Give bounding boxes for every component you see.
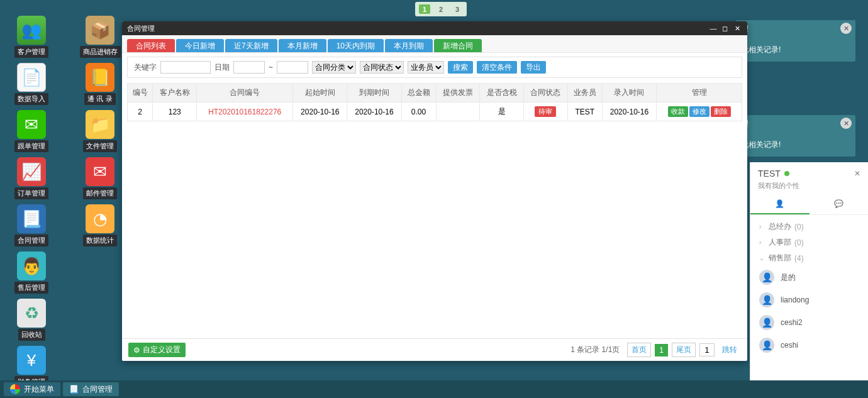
window-title: 合同管理 — [127, 24, 155, 33]
app-icon: 📒 — [86, 63, 114, 92]
pager-goto-input[interactable] — [699, 343, 715, 357]
status-badge: 待审 — [535, 106, 556, 117]
desktop-icon-数据统计[interactable]: ◔数据统计 — [80, 204, 120, 246]
tilde: ~ — [269, 63, 273, 72]
avatar-icon: 👤 — [759, 315, 774, 330]
tab-10day-expire[interactable]: 10天内到期 — [328, 39, 384, 52]
chat-member[interactable]: 👤ceshi2 — [750, 311, 868, 334]
date-label: 日期 — [214, 62, 230, 73]
icon-label: 邮件管理 — [83, 187, 117, 199]
desktop-icon-通 讯 录[interactable]: 📒通 讯 录 — [80, 63, 120, 105]
taskbar-item-contract[interactable]: 📃 合同管理 — [63, 382, 119, 396]
app-icon: ♻ — [17, 299, 46, 328]
icon-label: 商品进销存 — [80, 46, 121, 58]
chat-tabs: 👤 💬 — [750, 194, 868, 215]
close-icon[interactable]: ✕ — [854, 169, 860, 178]
start-button[interactable]: 开始菜单 — [4, 382, 60, 396]
close-icon[interactable]: ✕ — [840, 118, 852, 129]
chat-member[interactable]: 👤ceshi — [750, 334, 868, 357]
titlebar[interactable]: 合同管理 — ◻ ✕ — [122, 21, 747, 35]
app-icon: 📦 — [86, 16, 114, 45]
window-contract-management: 合同管理 — ◻ ✕ 合同列表 今日新增 近7天新增 本月新增 10天内到期 本… — [122, 21, 747, 361]
pager-current[interactable]: 1 — [655, 344, 668, 357]
app-icon: 👥 — [17, 16, 46, 45]
icon-label: 客户管理 — [14, 46, 48, 58]
search-button[interactable]: 搜索 — [448, 61, 473, 74]
desktop-icon-合同管理[interactable]: 📃合同管理 — [11, 204, 52, 246]
keyword-input[interactable] — [160, 61, 211, 74]
icon-label: 数据导入 — [14, 93, 48, 105]
tab-new-contract[interactable]: 新增合同 — [434, 39, 482, 52]
tab-today-new[interactable]: 今日新增 — [176, 39, 224, 52]
chat-group[interactable]: ›人事部 (0) — [750, 235, 868, 250]
icon-label: 跟单管理 — [14, 140, 48, 152]
app-icon: ✉ — [17, 110, 46, 139]
date-from-input[interactable] — [233, 61, 265, 74]
tab-7day-new[interactable]: 近7天新增 — [225, 39, 277, 52]
workspace-2[interactable]: 2 — [435, 4, 447, 14]
desktop-icon-数据导入[interactable]: 📄数据导入 — [11, 63, 52, 105]
desktop-icon-回收站[interactable]: ♻回收站 — [11, 299, 52, 341]
notification-card-2: 理 ✕ 无相关记录! — [736, 115, 855, 157]
tab-contract-list[interactable]: 合同列表 — [127, 39, 175, 52]
status-dot-icon — [784, 171, 789, 176]
pager-summary: 1 条记录 1/1页 — [567, 343, 623, 357]
keyword-label: 关键字 — [134, 62, 157, 73]
pager-jump[interactable]: 跳转 — [718, 343, 741, 357]
workspace-1[interactable]: 1 — [419, 4, 430, 14]
icon-label: 售后管理 — [14, 282, 48, 294]
column-header: 编号 — [128, 84, 153, 102]
desktop-icon-订单管理[interactable]: 📈订单管理 — [11, 157, 52, 199]
chat-member[interactable]: 👤liandong — [750, 289, 868, 311]
column-header: 管理 — [657, 84, 742, 102]
chat-tab-messages[interactable]: 💬 — [810, 194, 869, 214]
desktop-icon-邮件管理[interactable]: ✉邮件管理 — [80, 157, 120, 199]
tab-bar: 合同列表 今日新增 近7天新增 本月新增 10天内到期 本月到期 新增合同 — [122, 35, 747, 53]
desktop-icon-售后管理[interactable]: 👨售后管理 — [11, 252, 52, 294]
tab-month-new[interactable]: 本月新增 — [279, 39, 326, 52]
clear-button[interactable]: 清空条件 — [477, 61, 517, 74]
maximize-icon[interactable]: ◻ — [720, 25, 730, 33]
filter-bar: 关键字 日期 ~ 合同分类 合同状态 业务员 搜索 清空条件 导出 — [127, 57, 742, 78]
pager-first[interactable]: 首页 — [627, 343, 651, 357]
close-icon[interactable]: ✕ — [732, 25, 742, 33]
workspace-switcher[interactable]: 1 2 3 — [415, 2, 467, 16]
column-header: 起始时间 — [293, 84, 347, 102]
contract-no-link[interactable]: HT202010161822276 — [197, 102, 293, 121]
export-button[interactable]: 导出 — [521, 61, 546, 74]
pager-last[interactable]: 尾页 — [672, 343, 696, 357]
start-logo-icon — [10, 384, 20, 394]
icon-label: 数据统计 — [83, 235, 117, 246]
app-icon: 👨 — [17, 252, 46, 280]
chat-member[interactable]: 👤是的 — [750, 266, 868, 289]
action-edit[interactable]: 修改 — [689, 106, 709, 117]
desktop-icon-跟单管理[interactable]: ✉跟单管理 — [11, 110, 52, 152]
desktop-icon-商品进销存[interactable]: 📦商品进销存 — [80, 16, 120, 58]
chat-group[interactable]: ⌄销售部 (4) — [750, 250, 868, 266]
action-delete[interactable]: 删除 — [711, 106, 731, 117]
select-staff[interactable]: 业务员 — [408, 61, 444, 74]
avatar-icon: 👤 — [759, 270, 774, 285]
desktop-icon-客户管理[interactable]: 👥客户管理 — [11, 16, 52, 58]
app-icon: ✉ — [86, 157, 114, 186]
close-icon[interactable]: ✕ — [840, 23, 852, 34]
chat-group[interactable]: ›总经办 (0) — [750, 219, 868, 235]
action-pay[interactable]: 收款 — [668, 106, 688, 117]
icon-label: 通 讯 录 — [84, 93, 115, 105]
chevron-right-icon: › — [759, 223, 765, 230]
chat-tab-contacts[interactable]: 👤 — [750, 194, 810, 214]
desktop-icon-文件管理[interactable]: 📁文件管理 — [80, 110, 120, 152]
avatar-icon: 👤 — [759, 338, 774, 353]
table-row: 2123HT2020101618222762020-10-162020-10-1… — [128, 102, 742, 121]
workspace-3[interactable]: 3 — [452, 4, 463, 14]
tab-month-expire[interactable]: 本月到期 — [385, 39, 433, 52]
date-to-input[interactable] — [277, 61, 308, 74]
icon-label: 回收站 — [18, 329, 45, 341]
person-icon: 👤 — [775, 199, 784, 208]
app-icon: ◔ — [86, 204, 114, 233]
minimize-icon[interactable]: — — [708, 25, 718, 32]
customize-button[interactable]: ⚙ 自定义设置 — [128, 343, 186, 357]
select-status[interactable]: 合同状态 — [360, 61, 404, 74]
select-category[interactable]: 合同分类 — [312, 61, 356, 74]
column-header: 录入时间 — [602, 84, 656, 102]
